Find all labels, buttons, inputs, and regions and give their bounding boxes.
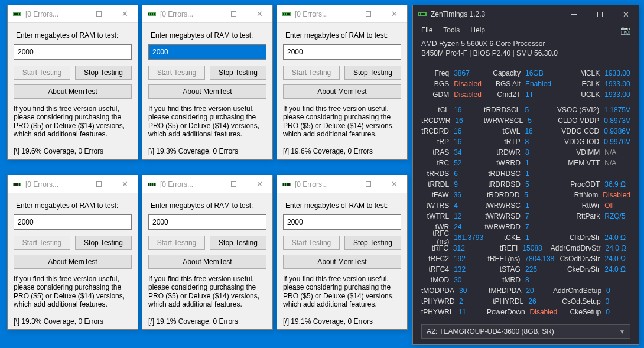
screenshot-icon[interactable]: 📷 [620,25,630,35]
maximize-button[interactable] [587,5,613,23]
window-title: [0 Errors... [160,180,193,188]
timing-value: 5 [528,116,555,125]
about-button[interactable]: About MemTest [148,84,266,99]
maximize-button[interactable] [86,175,112,193]
start-testing-button[interactable]: Start Testing [283,66,340,80]
timing-label: tRDWR [484,148,525,157]
close-button[interactable]: ✕ [381,175,407,193]
svg-rect-28 [287,183,288,186]
close-button[interactable]: ✕ [112,175,138,193]
close-button[interactable]: ✕ [246,5,272,23]
svg-rect-11 [283,13,284,15]
menu-help[interactable]: Help [470,26,485,34]
timing-value: 16 [454,106,483,114]
maximize-button[interactable] [220,175,246,193]
ram-input[interactable] [283,214,401,230]
close-button[interactable]: ✕ [613,5,639,23]
timing-value: 24 [454,223,484,231]
menu-tools[interactable]: Tools [443,26,460,34]
memory-slot-dropdown[interactable]: A2: TEAMGROUP-UD4-3600 (8GB, SR) ▼ [421,324,630,339]
timing-label: tRTP [483,138,525,146]
timing-value: 36 [454,191,483,199]
timing-label: AddrCmdDrvStr [551,244,606,252]
start-testing-button[interactable]: Start Testing [148,66,205,80]
timing-value: 0 [606,297,630,305]
ram-input[interactable] [148,214,266,230]
timing-value: 12 [454,212,484,220]
timing-value: 30 [454,276,484,284]
minimize-button[interactable] [60,5,86,23]
timing-row: Freq3867Capacity16GBMCLK1933.00 [421,68,630,79]
ram-label: Enter megabytes of RAM to test: [151,31,266,40]
timing-label: tRC [421,159,454,167]
svg-rect-18 [17,183,18,186]
timing-value: 15088 [522,244,550,252]
titlebar[interactable]: ZenTimings 1.2.3 ✕ [413,5,639,23]
status-text: [\] 19.3% Coverage, 0 Errors [14,315,132,326]
timing-value: 1 [525,201,554,210]
app-icon [12,180,22,189]
timing-value: 36.9 Ω [604,180,630,188]
minimize-button[interactable] [329,5,355,23]
stop-testing-button[interactable]: Stop Testing [344,66,401,80]
ram-input[interactable] [14,214,132,230]
timing-label: tPHYRDL [488,297,528,305]
app-icon [147,180,157,189]
timing-label: VDDG IOD [554,138,604,146]
start-testing-button[interactable]: Start Testing [14,236,70,250]
window-title: [0 Errors... [25,180,58,188]
about-button[interactable]: About MemTest [148,255,266,269]
menu-file[interactable]: File [421,26,432,34]
svg-rect-27 [285,183,286,186]
maximize-button[interactable] [86,5,112,23]
minimize-button[interactable] [194,5,220,23]
ram-label: Enter megabytes of RAM to test: [285,201,401,210]
titlebar[interactable]: [0 Errors...✕ [142,175,272,193]
maximize-button[interactable] [355,175,381,193]
timing-label: PowerDown [487,308,530,316]
ram-input[interactable] [148,44,266,60]
titlebar[interactable]: [0 Errors...✕ [8,5,138,23]
minimize-button[interactable] [561,5,587,23]
ram-input[interactable] [14,44,132,60]
stop-testing-button[interactable]: Stop Testing [75,236,132,250]
start-testing-button[interactable]: Start Testing [148,236,205,250]
titlebar[interactable]: [0 Errors...✕ [277,5,407,23]
start-testing-button[interactable]: Start Testing [14,66,70,80]
timing-label: tRDRDSD [484,180,525,188]
timing-label: CLDO VDDP [555,116,604,125]
svg-rect-29 [288,183,290,186]
about-button[interactable]: About MemTest [283,255,401,269]
promo-text: If you find this free version useful, pl… [14,275,132,309]
close-button[interactable]: ✕ [246,175,272,193]
titlebar[interactable]: [0 Errors...✕ [277,175,407,193]
close-button[interactable]: ✕ [112,5,138,23]
stop-testing-button[interactable]: Stop Testing [210,236,266,250]
about-button[interactable]: About MemTest [14,255,132,269]
timing-label: tWRRD [484,159,525,167]
timing-row: tRP16tRTP8VDDG IOD0.9976V [421,136,630,147]
stop-testing-button[interactable]: Stop Testing [210,66,266,80]
minimize-button[interactable] [60,175,86,193]
timing-value: 5 [524,191,552,199]
minimize-button[interactable] [194,175,220,193]
maximize-button[interactable] [355,5,381,23]
minimize-button[interactable] [329,175,355,193]
timing-label: tRFC2 [421,255,454,263]
close-button[interactable]: ✕ [381,5,407,23]
titlebar[interactable]: [0 Errors...✕ [8,175,138,193]
titlebar[interactable]: [0 Errors...✕ [142,5,272,23]
timing-value: 8 [525,276,554,284]
timing-value: 5 [525,106,554,114]
start-testing-button[interactable]: Start Testing [283,236,340,250]
timing-label: ClkDrvStr [554,233,604,242]
stop-testing-button[interactable]: Stop Testing [344,236,401,250]
maximize-button[interactable] [220,5,246,23]
ram-input[interactable] [283,44,401,60]
about-button[interactable]: About MemTest [283,84,401,99]
timing-label: tRDRDSCL [483,106,525,114]
timing-row: tCL16tRDRDSCL5VSOC (SVI2)1.1875V [421,105,630,115]
timing-label: RttWr [554,201,604,210]
stop-testing-button[interactable]: Stop Testing [75,66,132,80]
about-button[interactable]: About MemTest [14,84,132,99]
